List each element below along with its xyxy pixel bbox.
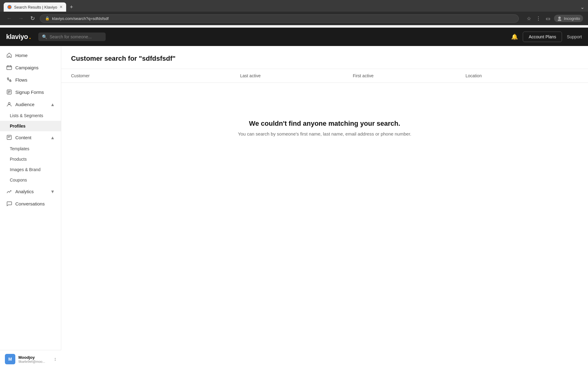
sidebar-label-home: Home bbox=[15, 53, 28, 58]
support-button[interactable]: Support bbox=[567, 34, 582, 39]
audience-icon bbox=[6, 101, 12, 107]
tab-title: Search Results | Klaviyo bbox=[14, 5, 57, 10]
sidebar: Home Campaigns Flows Signup Forms Audien… bbox=[0, 46, 61, 368]
sidebar-item-signup-forms[interactable]: Signup Forms bbox=[0, 86, 61, 98]
column-first-active: First active bbox=[353, 73, 466, 78]
sidebar-item-templates[interactable]: Templates bbox=[0, 144, 61, 154]
back-button[interactable]: ← bbox=[5, 14, 13, 23]
main-content: Customer search for "sdfdsfsdf" Customer… bbox=[61, 46, 588, 368]
sidebar-item-campaigns[interactable]: Campaigns bbox=[0, 61, 61, 74]
sidebar-item-coupons[interactable]: Coupons bbox=[0, 175, 61, 185]
notifications-button[interactable]: 🔔 bbox=[511, 33, 518, 40]
forward-button[interactable]: → bbox=[17, 14, 25, 23]
cast-button[interactable]: ▭ bbox=[545, 14, 552, 23]
conversations-icon bbox=[6, 201, 12, 207]
incognito-icon bbox=[557, 16, 562, 21]
audience-collapse-icon: ▲ bbox=[50, 102, 55, 107]
sidebar-item-products[interactable]: Products bbox=[0, 154, 61, 164]
search-icon: 🔍 bbox=[42, 34, 47, 39]
content-icon bbox=[6, 134, 12, 140]
active-tab[interactable]: Search Results | Klaviyo × bbox=[4, 2, 66, 12]
search-bar[interactable]: 🔍 bbox=[38, 33, 106, 41]
sidebar-item-conversations[interactable]: Conversations bbox=[0, 197, 61, 210]
svg-point-2 bbox=[558, 19, 561, 21]
column-last-active: Last active bbox=[240, 73, 353, 78]
sidebar-item-flows[interactable]: Flows bbox=[0, 74, 61, 86]
column-customer: Customer bbox=[71, 73, 240, 78]
search-input[interactable] bbox=[50, 34, 99, 39]
svg-point-0 bbox=[8, 6, 11, 9]
user-name: Moodjoy bbox=[18, 355, 51, 360]
content-header: Customer search for "sdfdsfsdf" bbox=[61, 46, 588, 69]
new-tab-button[interactable]: + bbox=[67, 3, 76, 12]
tab-close-button[interactable]: × bbox=[60, 4, 62, 10]
sidebar-label-images-brand: Images & Brand bbox=[10, 167, 40, 172]
url-text: klaviyo.com/search?q=sdfdsfsdf bbox=[52, 16, 109, 21]
signup-forms-icon bbox=[6, 89, 12, 95]
user-avatar: M bbox=[5, 354, 15, 364]
page-title: Customer search for "sdfdsfsdf" bbox=[71, 55, 578, 63]
analytics-icon bbox=[6, 188, 12, 194]
sidebar-label-coupons: Coupons bbox=[10, 178, 27, 182]
tab-favicon bbox=[7, 5, 12, 9]
user-info: Moodjoy 9ba4e9ef@moo... bbox=[18, 355, 51, 363]
address-bar[interactable]: 🔒 klaviyo.com/search?q=sdfdsfsdf bbox=[40, 14, 519, 23]
analytics-collapse-icon: ▼ bbox=[50, 189, 55, 194]
home-icon bbox=[6, 52, 12, 58]
sidebar-label-audience: Audience bbox=[15, 102, 35, 107]
tab-list-button[interactable]: ⌄ bbox=[580, 4, 584, 10]
sidebar-label-lists-segments: Lists & Segments bbox=[10, 113, 43, 118]
sidebar-label-conversations: Conversations bbox=[15, 201, 45, 206]
top-nav: klaviyo . 🔍 🔔 Account Plans Support bbox=[0, 28, 588, 46]
user-expand-icon: ↕ bbox=[54, 356, 56, 362]
sidebar-item-home[interactable]: Home bbox=[0, 49, 61, 61]
flows-icon bbox=[6, 77, 12, 83]
user-email: 9ba4e9ef@moo... bbox=[18, 360, 51, 363]
campaigns-icon bbox=[6, 64, 12, 71]
logo[interactable]: klaviyo . bbox=[6, 33, 31, 41]
sidebar-label-profiles: Profiles bbox=[10, 124, 25, 128]
content-collapse-icon: ▲ bbox=[50, 135, 55, 140]
sidebar-label-flows: Flows bbox=[15, 77, 27, 82]
sidebar-label-analytics: Analytics bbox=[15, 189, 34, 194]
table-header: Customer Last active First active Locati… bbox=[61, 69, 588, 83]
sidebar-item-profiles[interactable]: Profiles bbox=[0, 121, 61, 131]
svg-point-1 bbox=[558, 17, 561, 19]
empty-state: We couldn't find anyone matching your se… bbox=[61, 83, 588, 173]
sidebar-item-audience[interactable]: Audience ▲ bbox=[0, 98, 61, 110]
sidebar-item-lists-segments[interactable]: Lists & Segments bbox=[0, 110, 61, 121]
account-plans-button[interactable]: Account Plans bbox=[523, 32, 562, 42]
incognito-button[interactable]: Incognito bbox=[554, 15, 583, 22]
svg-rect-3 bbox=[7, 66, 12, 70]
lock-icon: 🔒 bbox=[45, 16, 50, 21]
empty-subtitle: You can search by someone's first name, … bbox=[238, 131, 411, 136]
sidebar-item-images-brand[interactable]: Images & Brand bbox=[0, 164, 61, 175]
results-table: Customer Last active First active Locati… bbox=[61, 69, 588, 173]
sidebar-label-signup-forms: Signup Forms bbox=[15, 90, 44, 95]
sidebar-label-templates: Templates bbox=[10, 146, 29, 151]
sidebar-label-content: Content bbox=[15, 135, 32, 140]
svg-point-5 bbox=[8, 102, 10, 104]
sidebar-item-content[interactable]: Content ▲ bbox=[0, 131, 61, 144]
sidebar-label-campaigns: Campaigns bbox=[15, 65, 39, 70]
sidebar-user[interactable]: M Moodjoy 9ba4e9ef@moo... ↕ bbox=[0, 350, 61, 368]
column-location: Location bbox=[466, 73, 578, 78]
sidebar-label-products: Products bbox=[10, 157, 27, 162]
browser-menu-button[interactable]: ⋮ bbox=[535, 14, 542, 23]
empty-title: We couldn't find anyone matching your se… bbox=[249, 120, 400, 128]
bookmark-button[interactable]: ☆ bbox=[526, 14, 532, 23]
sidebar-item-analytics[interactable]: Analytics ▼ bbox=[0, 185, 61, 197]
reload-button[interactable]: ↻ bbox=[28, 14, 37, 23]
